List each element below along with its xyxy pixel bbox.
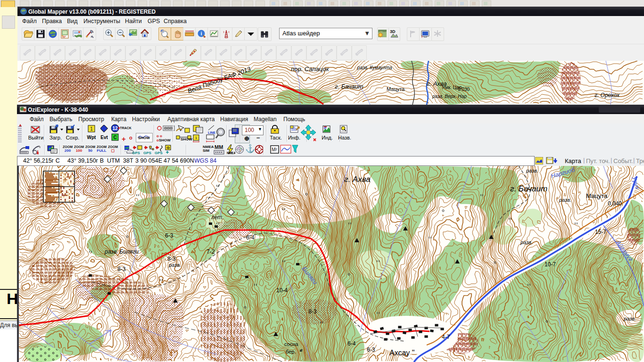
svg-text:разв.: разв. <box>559 197 571 203</box>
svg-text:Мацута: Мацута <box>387 86 405 92</box>
svg-text:г. Орехох: г. Орехох <box>594 92 620 99</box>
svg-text:Мацута: Мацута <box>586 192 608 199</box>
svg-text:6-3: 6-3 <box>367 346 375 353</box>
svg-text:Ахсау ": Ахсау " <box>389 349 414 357</box>
svg-text:GPS: GPS <box>155 151 163 155</box>
svg-text:И: И <box>324 126 326 130</box>
svg-text:0,040: 0,040 <box>608 200 622 207</box>
svg-text:4-7: 4-7 <box>442 334 450 340</box>
svg-text:г. Бачаит: г. Бачаит <box>510 184 547 193</box>
svg-text:⸙: ⸙ <box>300 347 303 353</box>
svg-text:6-4: 6-4 <box>347 340 356 347</box>
svg-text:1: 1 <box>90 126 93 132</box>
svg-text:разв.: разв. <box>520 239 533 245</box>
svg-text:разв. Кумаулта: разв. Кумаулта <box>357 65 392 70</box>
svg-text:M²: M² <box>272 147 277 152</box>
svg-text:8-3: 8-3 <box>117 266 126 272</box>
svg-text:бер.: бер. <box>286 349 296 354</box>
svg-text:12: 12 <box>112 126 118 131</box>
svg-text:6-3: 6-3 <box>165 232 173 239</box>
svg-text:7-2: 7-2 <box>206 248 215 255</box>
svg-text:разв. Верх. Нар: разв. Верх. Нар <box>432 94 467 99</box>
svg-text:C: C <box>113 135 116 140</box>
svg-text:6-4: 6-4 <box>246 234 255 241</box>
svg-text:г. Ахва: г. Ахва <box>344 175 371 184</box>
svg-text:15-7: 15-7 <box>595 229 606 235</box>
svg-text:разв.: разв. <box>168 262 181 268</box>
svg-text:G: G <box>166 146 169 150</box>
svg-text:i: i <box>421 34 422 39</box>
svg-text:1: 1 <box>195 136 198 140</box>
svg-text:8-3: 8-3 <box>308 308 317 315</box>
svg-text:10-4: 10-4 <box>276 287 288 294</box>
svg-text:лет.: лет. <box>211 214 224 221</box>
svg-text:разв.: разв. <box>623 316 636 321</box>
svg-text:8-3: 8-3 <box>167 255 176 262</box>
svg-text:0.030: 0.030 <box>458 87 470 92</box>
svg-text:SHOW: SHOW <box>181 137 192 141</box>
svg-text:сосна: сосна <box>284 341 298 347</box>
svg-text:г. Бачаит: г. Бачаит <box>335 83 363 90</box>
svg-text:3D: 3D <box>390 29 396 34</box>
svg-text:i: i <box>200 31 202 36</box>
svg-text:разв.: разв. <box>526 168 538 173</box>
svg-text:LINE: LINE <box>208 131 215 134</box>
svg-text:NMEA: NMEA <box>227 151 235 155</box>
svg-text:GPS: GPS <box>143 151 152 155</box>
svg-text:10-7: 10-7 <box>545 261 556 268</box>
svg-text:разв. Биляги: разв. Биляги <box>104 248 139 255</box>
svg-text:пор. Сапацок: пор. Сапацок <box>291 66 330 73</box>
svg-text:GPS: GPS <box>132 151 140 155</box>
